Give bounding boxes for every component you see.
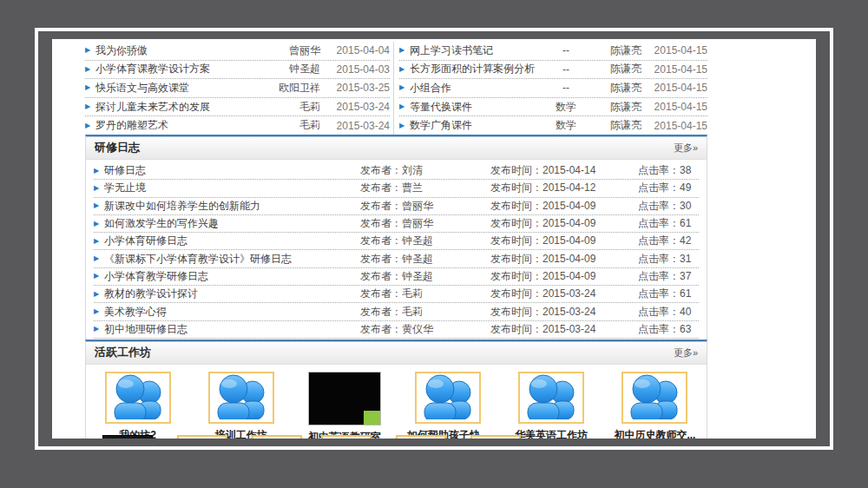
journal-publish-time: 发布时间：2015-03-24: [490, 287, 638, 301]
article-list-left: ▶我为你骄傲曾丽华2015-04-04▶小学体育课教学设计方案钟圣超2015-0…: [85, 42, 394, 135]
journal-row: ▶新课改中如何培养学生的创新能力发布者：曾丽华发布时间：2015-04-09点击…: [94, 198, 699, 215]
list-item: ▶等量代换课件数学陈谦亮2015-04-15: [399, 98, 707, 117]
journal-publisher: 发布者：钟圣超: [360, 269, 490, 284]
list-item: ▶数学广角课件数学陈谦亮2015-04-15: [399, 116, 707, 135]
bullet-arrow-icon: ▶: [399, 84, 410, 91]
article-link[interactable]: 小组合作: [410, 81, 546, 96]
article-author: 陈谦亮: [586, 62, 641, 76]
journal-item-link[interactable]: 学无止境: [104, 181, 360, 195]
journal-more-link[interactable]: 更多»: [674, 136, 698, 159]
article-link[interactable]: 探讨儿童未来艺术的发展: [95, 100, 253, 115]
journal-item-link[interactable]: 如何激发学生的写作兴趣: [104, 216, 360, 231]
article-link[interactable]: 我为你骄傲: [95, 43, 253, 58]
article-link[interactable]: 快乐语文与高效课堂: [95, 81, 253, 96]
journal-rows: ▶研修日志发布者：刘清发布时间：2015-04-14点击率：38▶学无止境发布者…: [86, 160, 707, 343]
bullet-arrow-icon: ▶: [94, 326, 104, 333]
journal-click-count: 点击率：61: [638, 287, 699, 301]
article-link[interactable]: 罗丹的雕塑艺术: [95, 118, 253, 133]
bullet-arrow-icon: ▶: [94, 255, 104, 262]
bullet-arrow-icon: ▶: [94, 168, 104, 175]
journal-publish-time: 发布时间：2015-03-24: [490, 305, 638, 320]
article-link[interactable]: 长方形面积的计算案例分析: [410, 62, 546, 76]
journal-section-title: 研修日志: [95, 136, 140, 159]
next-row-card-top: [470, 435, 521, 439]
journal-publisher: 发布者：黄仪华: [360, 322, 490, 337]
journal-publisher: 发布者：钟圣超: [360, 234, 490, 248]
article-author: 钟圣超: [253, 62, 320, 76]
bullet-arrow-icon: ▶: [94, 238, 104, 245]
article-author: 欧阳卫祥: [253, 81, 320, 96]
journal-item-link[interactable]: 《新课标下小学体育教学设计》研修日志: [104, 252, 360, 267]
workshop-avatar-frame: [621, 372, 687, 424]
green-logo-icon: [364, 411, 380, 425]
next-row-card-top: [321, 435, 372, 439]
journal-item-link[interactable]: 美术教学心得: [104, 305, 360, 320]
journal-row: ▶小学体育教学研修日志发布者：钟圣超发布时间：2015-04-09点击率：37: [94, 268, 699, 286]
bullet-arrow-icon: ▶: [85, 47, 95, 54]
list-item: ▶快乐语文与高效课堂欧阳卫祥2015-03-25: [85, 79, 390, 98]
workshop-card[interactable]: 培训工作坊: [189, 372, 293, 439]
article-link[interactable]: 数学广角课件: [410, 118, 546, 133]
workshop-card[interactable]: 我的坊2: [86, 372, 189, 439]
article-link[interactable]: 网上学习读书笔记: [410, 43, 546, 58]
article-list-right: ▶网上学习读书笔记--陈谦亮2015-04-15▶长方形面积的计算案例分析--陈…: [394, 42, 707, 135]
article-link[interactable]: 小学体育课教学设计方案: [95, 62, 253, 76]
journal-publish-time: 发布时间：2015-04-09: [490, 199, 638, 214]
journal-item-link[interactable]: 小学体育研修日志: [104, 234, 360, 248]
bullet-arrow-icon: ▶: [85, 103, 95, 110]
workshop-card[interactable]: 如何帮助孩子快...: [397, 372, 500, 439]
journal-item-link[interactable]: 小学体育教学研修日志: [104, 269, 360, 284]
journal-row: ▶研修日志发布者：刘清发布时间：2015-04-14点击率：38: [94, 162, 699, 180]
bullet-arrow-icon: ▶: [94, 273, 104, 280]
journal-row: ▶《新课标下小学体育教学设计》研修日志发布者：钟圣超发布时间：2015-04-0…: [94, 250, 699, 267]
article-author: 陈谦亮: [586, 118, 641, 133]
avatar-group-icon: [523, 374, 579, 422]
avatar-group-icon: [627, 374, 682, 422]
next-row-card-top: [177, 435, 227, 439]
workshop-card[interactable]: 华美英语工作坊: [500, 372, 603, 439]
journal-item-link[interactable]: 教材的教学设计探讨: [104, 287, 360, 301]
bullet-arrow-icon: ▶: [85, 66, 95, 73]
journal-publish-time: 发布时间：2015-04-09: [490, 252, 638, 267]
bullet-arrow-icon: ▶: [85, 84, 95, 91]
workshop-avatar-frame: [208, 372, 274, 424]
journal-item-link[interactable]: 新课改中如何培养学生的创新能力: [104, 199, 360, 214]
journal-click-count: 点击率：63: [638, 322, 699, 337]
article-author: 陈谦亮: [586, 43, 641, 58]
article-date: 2015-04-04: [320, 44, 390, 56]
article-date: 2015-04-15: [641, 120, 707, 132]
bullet-arrow-icon: ▶: [94, 308, 104, 315]
avatar-group-icon: [420, 374, 476, 422]
bullet-arrow-icon: ▶: [399, 47, 410, 54]
bullet-arrow-icon: ▶: [94, 185, 104, 192]
top-article-lists: ▶我为你骄傲曾丽华2015-04-04▶小学体育课教学设计方案钟圣超2015-0…: [85, 42, 707, 135]
journal-row: ▶如何激发学生的写作兴趣发布者：曾丽华发布时间：2015-04-09点击率：61: [94, 215, 699, 233]
journal-publisher: 发布者：钟圣超: [360, 252, 490, 267]
workshop-section: 活跃工作坊 更多» 我的坊2培训工作坊初中英语教研室如何帮助孩子快...华美英语…: [85, 340, 707, 439]
list-item: ▶我为你骄傲曾丽华2015-04-04: [85, 42, 390, 61]
list-item: ▶探讨儿童未来艺术的发展毛莉2015-03-24: [85, 98, 390, 117]
webpage-content: ▶我为你骄傲曾丽华2015-04-04▶小学体育课教学设计方案钟圣超2015-0…: [52, 39, 816, 439]
journal-row: ▶小学体育研修日志发布者：钟圣超发布时间：2015-04-09点击率：42: [94, 233, 699, 250]
bullet-arrow-icon: ▶: [94, 291, 104, 298]
workshop-card[interactable]: 初中英语教研室: [293, 372, 396, 439]
article-category: --: [546, 63, 586, 76]
avatar-group-icon: [110, 374, 166, 422]
workshop-avatar-frame: [518, 372, 584, 424]
journal-section-header: 研修日志 更多»: [86, 136, 707, 160]
workshop-video-thumbnail: [308, 372, 381, 425]
bullet-arrow-icon: ▶: [399, 122, 410, 129]
journal-item-link[interactable]: 研修日志: [104, 163, 360, 178]
workshop-more-link[interactable]: 更多»: [674, 341, 698, 364]
journal-publisher: 发布者：刘清: [360, 163, 490, 178]
article-date: 2015-03-25: [320, 82, 390, 94]
journal-click-count: 点击率：42: [638, 234, 699, 248]
workshop-avatar-frame: [105, 372, 171, 424]
workshop-card[interactable]: 初中历史教师交...: [603, 372, 707, 439]
journal-item-link[interactable]: 初中地理研修日志: [104, 322, 360, 337]
journal-publisher: 发布者：曾丽华: [360, 216, 490, 231]
list-item: ▶罗丹的雕塑艺术毛莉2015-03-24: [85, 116, 390, 135]
bullet-arrow-icon: ▶: [94, 202, 104, 209]
article-link[interactable]: 等量代换课件: [410, 100, 546, 115]
article-author: 陈谦亮: [586, 100, 641, 115]
